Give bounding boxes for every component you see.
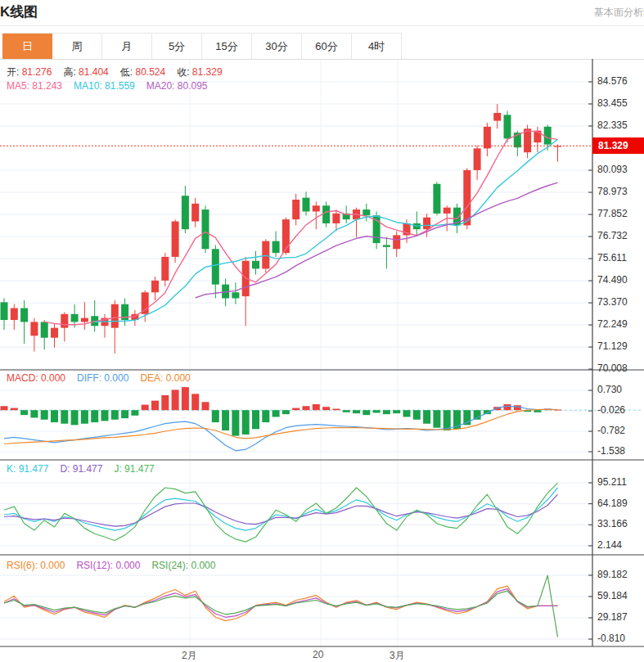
rsi-legend: RSI(6): 0.000RSI(12): 0.000RSI(24): 0.00… — [7, 560, 227, 571]
axis-tick-label: 73.370 — [597, 296, 628, 308]
axis-tick-label: 83.455 — [597, 97, 628, 109]
tab-周[interactable]: 周 — [52, 34, 102, 60]
page-header: K线图 基本面分析> — [0, 0, 644, 26]
legend-item: RSI(6): 0.000 — [7, 560, 65, 571]
legend-item: MA5: 81.243 — [7, 80, 62, 92]
ma-legend: MA5: 81.243MA10: 81.559MA20: 80.095 — [7, 80, 218, 92]
legend-item: RSI(12): 0.000 — [76, 560, 140, 571]
macd-legend: MACD: 0.000DIFF: 0.000DEA: 0.000 — [7, 372, 202, 384]
tab-4时[interactable]: 4时 — [352, 34, 402, 60]
legend-item: DIFF: 0.000 — [77, 372, 128, 384]
legend-item: MA20: 80.095 — [146, 80, 208, 92]
axis-tick-label: -0.782 — [597, 425, 625, 436]
axis-tick-label: 84.576 — [597, 75, 628, 87]
axis-tick-label: 80.093 — [597, 164, 628, 175]
legend-item: 低: 80.524 — [120, 66, 165, 78]
tab-30分[interactable]: 30分 — [252, 34, 302, 60]
legend-item: MACD: 0.000 — [7, 372, 65, 384]
axis-tick-label: 59.184 — [597, 590, 628, 601]
axis-tick-label: 75.611 — [597, 252, 627, 263]
axis-tick-label: 95.211 — [597, 476, 627, 488]
axis-tick-label: 77.852 — [597, 208, 628, 219]
axis-tick-label: 29.187 — [597, 611, 628, 623]
axis-tick-label: 76.732 — [597, 230, 628, 241]
axis-tick-label: 33.166 — [597, 518, 628, 529]
axis-tick-label: 82.335 — [597, 119, 628, 131]
axis-tick-label: 72.249 — [597, 318, 628, 330]
page-title: K线图 — [0, 2, 38, 21]
legend-item: 开: 81.276 — [7, 66, 52, 78]
legend-item: D: 91.477 — [60, 463, 102, 475]
axis-tick-label: 74.490 — [597, 274, 628, 286]
ohlc-legend: 开: 81.276高: 81.404低: 80.524收: 81.329 — [7, 65, 234, 79]
axis-tick-label: 2.144 — [597, 539, 622, 551]
tab-日[interactable]: 日 — [2, 34, 52, 60]
kline-page: { "header": { "title": "K线图", "link": "基… — [0, 0, 644, 662]
axis-tick-label: -0.026 — [597, 404, 625, 416]
axis-tick-label: 78.973 — [597, 186, 628, 197]
axis-tick-label: 70.008 — [597, 363, 628, 374]
axis-tick-label: 64.189 — [597, 498, 628, 509]
tab-15分[interactable]: 15分 — [202, 34, 252, 60]
legend-item: 收: 81.329 — [177, 66, 222, 78]
current-price-tag: 81.329 — [592, 137, 644, 154]
axis-tick-label: -0.810 — [597, 633, 625, 644]
legend-item: 高: 81.404 — [63, 66, 108, 78]
x-axis-label: 20 — [313, 649, 323, 660]
kdj-legend: K: 91.477D: 91.477J: 91.477 — [7, 463, 166, 475]
period-tab-bar: 日周月5分15分30分60分4时 — [2, 33, 402, 60]
tab-月[interactable]: 月 — [102, 34, 152, 60]
legend-item: K: 91.477 — [7, 463, 48, 475]
tab-60分[interactable]: 60分 — [302, 34, 352, 60]
axis-tick-label: 71.129 — [597, 340, 628, 352]
axis-tick-label: 89.182 — [597, 569, 628, 580]
fundamental-analysis-link[interactable]: 基本面分析> — [594, 6, 644, 20]
legend-item: RSI(24): 0.000 — [151, 560, 215, 571]
tab-5分[interactable]: 5分 — [152, 34, 202, 60]
x-axis-label: 2月 — [182, 649, 197, 662]
legend-item: MA10: 81.559 — [74, 80, 135, 92]
axis-tick-label: -1.538 — [597, 445, 625, 457]
legend-item: J: 91.477 — [114, 463, 154, 475]
legend-item: DEA: 0.000 — [140, 372, 190, 384]
axis-tick-label: 0.730 — [597, 384, 622, 395]
x-axis-label: 3月 — [390, 649, 405, 662]
